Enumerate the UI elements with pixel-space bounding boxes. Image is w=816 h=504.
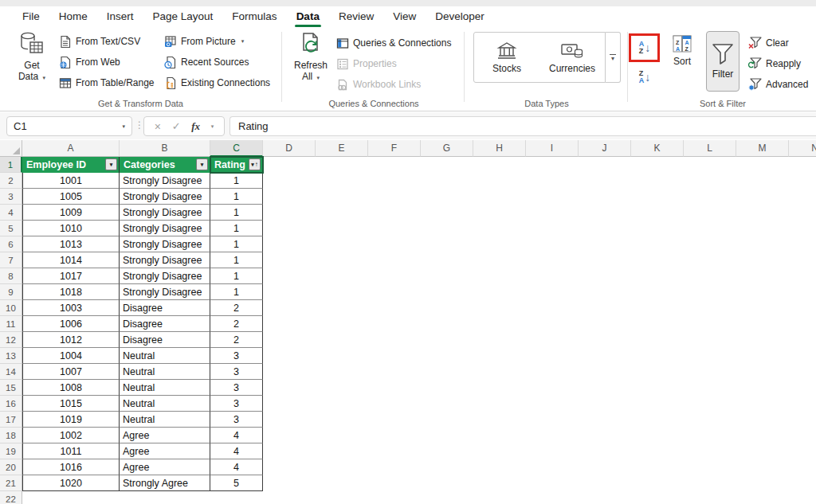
row-header-16[interactable]: 16: [0, 396, 22, 412]
formula-input[interactable]: Rating: [230, 116, 816, 136]
column-header-C[interactable]: C: [210, 140, 263, 157]
row-header-10[interactable]: 10: [0, 300, 22, 316]
cell-A12[interactable]: 1012: [22, 332, 120, 348]
sort-descending-button[interactable]: Z A ↓: [633, 66, 657, 88]
row-header-19[interactable]: 19: [0, 443, 22, 459]
column-header-M[interactable]: M: [736, 140, 789, 157]
cell-C6[interactable]: 1: [210, 236, 263, 252]
tab-developer[interactable]: Developer: [426, 7, 494, 26]
cell-C19[interactable]: 4: [210, 443, 263, 459]
cell-A9[interactable]: 1018: [22, 284, 120, 300]
column-header-N[interactable]: N: [789, 140, 816, 157]
cell-B14[interactable]: Neutral: [120, 364, 210, 380]
cell-B12[interactable]: Disagree: [120, 332, 210, 348]
cell-A17[interactable]: 1019: [22, 412, 120, 428]
row-header-22[interactable]: 22: [0, 491, 22, 504]
row-header-4[interactable]: 4: [0, 205, 22, 221]
tab-view[interactable]: View: [383, 7, 426, 26]
cell-C11[interactable]: 2: [210, 316, 263, 332]
stocks-button[interactable]: Stocks: [474, 33, 539, 82]
cell-B15[interactable]: Neutral: [120, 380, 210, 396]
cell-B19[interactable]: Agree: [120, 443, 210, 459]
cell-B4[interactable]: Strongly Disagree: [120, 205, 210, 221]
cell-C15[interactable]: 3: [210, 380, 263, 396]
from-picture-button[interactable]: From Picture ▾: [164, 32, 244, 51]
tab-review[interactable]: Review: [329, 7, 383, 26]
cell-C9[interactable]: 1: [210, 284, 263, 300]
cell-B13[interactable]: Neutral: [120, 348, 210, 364]
filter-dropdown-icon[interactable]: ▾: [196, 158, 208, 170]
from-table-range-button[interactable]: From Table/Range: [59, 73, 155, 92]
row-header-5[interactable]: 5: [0, 221, 22, 236]
row-header-15[interactable]: 15: [0, 380, 22, 396]
row-header-11[interactable]: 11: [0, 316, 22, 332]
cell-B16[interactable]: Neutral: [120, 396, 210, 412]
row-header-12[interactable]: 12: [0, 332, 22, 348]
filter-dropdown-sorted-icon[interactable]: ▾↑: [249, 158, 261, 170]
row-header-2[interactable]: 2: [0, 173, 22, 189]
cell-C2[interactable]: 1: [210, 173, 263, 189]
cell-C18[interactable]: 4: [210, 428, 263, 443]
column-header-K[interactable]: K: [631, 140, 684, 157]
table-header-cell-employee-id[interactable]: Employee ID▾: [22, 157, 120, 173]
column-header-J[interactable]: J: [579, 140, 631, 157]
column-header-A[interactable]: A: [22, 140, 120, 157]
cell-A5[interactable]: 1010: [22, 221, 120, 236]
cancel-icon[interactable]: ×: [155, 120, 161, 133]
cell-A4[interactable]: 1009: [22, 205, 120, 221]
row-header-6[interactable]: 6: [0, 236, 22, 252]
get-data-button[interactable]: Get Data ▾: [10, 30, 54, 92]
row-header-14[interactable]: 14: [0, 364, 22, 380]
tab-formulas[interactable]: Formulas: [222, 7, 286, 26]
row-header-21[interactable]: 21: [0, 475, 22, 491]
cell-A15[interactable]: 1008: [22, 380, 120, 396]
cell-B17[interactable]: Neutral: [120, 412, 210, 428]
cell-C12[interactable]: 2: [210, 332, 263, 348]
cell-A19[interactable]: 1011: [22, 443, 120, 459]
currencies-button[interactable]: Currencies: [539, 33, 605, 82]
from-web-button[interactable]: From Web: [59, 53, 120, 72]
cell-A16[interactable]: 1015: [22, 396, 120, 412]
cell-B18[interactable]: Agree: [120, 428, 210, 443]
cell-B11[interactable]: Disagree: [120, 316, 210, 332]
cell-B2[interactable]: Strongly Disagree: [120, 173, 210, 189]
table-header-cell-categories[interactable]: Categories▾: [120, 157, 210, 173]
tab-data[interactable]: Data: [287, 7, 329, 26]
cell-C14[interactable]: 3: [210, 364, 263, 380]
cell-B7[interactable]: Strongly Disagree: [120, 252, 210, 268]
cell-B5[interactable]: Strongly Disagree: [120, 221, 210, 236]
column-header-F[interactable]: F: [368, 140, 421, 157]
filter-dropdown-icon[interactable]: ▾: [105, 158, 117, 170]
column-header-D[interactable]: D: [263, 140, 316, 157]
cell-A18[interactable]: 1002: [22, 428, 120, 443]
from-text-csv-button[interactable]: From Text/CSV: [59, 32, 140, 51]
row-header-20[interactable]: 20: [0, 459, 22, 475]
cell-B10[interactable]: Disagree: [120, 300, 210, 316]
cell-C5[interactable]: 1: [210, 221, 263, 236]
row-header-7[interactable]: 7: [0, 252, 22, 268]
column-header-E[interactable]: E: [316, 140, 368, 157]
row-header-8[interactable]: 8: [0, 268, 22, 284]
workbook-links-button[interactable]: Workbook Links: [336, 75, 421, 94]
insert-function-icon[interactable]: fx: [191, 120, 200, 133]
cell-A10[interactable]: 1003: [22, 300, 120, 316]
row-header-9[interactable]: 9: [0, 284, 22, 300]
cell-A20[interactable]: 1016: [22, 459, 120, 475]
recent-sources-button[interactable]: Recent Sources: [164, 53, 249, 72]
queries-connections-button[interactable]: Queries & Connections: [336, 33, 451, 53]
cell-B21[interactable]: Strongly Agree: [120, 475, 210, 491]
cell-A6[interactable]: 1013: [22, 236, 120, 252]
cell-C7[interactable]: 1: [210, 252, 263, 268]
tab-insert[interactable]: Insert: [97, 7, 143, 26]
column-header-B[interactable]: B: [120, 140, 210, 157]
column-header-I[interactable]: I: [526, 140, 579, 157]
cell-C4[interactable]: 1: [210, 205, 263, 221]
cell-B20[interactable]: Agree: [120, 459, 210, 475]
row-header-1[interactable]: 1: [0, 157, 22, 173]
row-header-3[interactable]: 3: [0, 189, 22, 205]
cell-A11[interactable]: 1006: [22, 316, 120, 332]
row-header-18[interactable]: 18: [0, 428, 22, 443]
cell-C10[interactable]: 2: [210, 300, 263, 316]
existing-connections-button[interactable]: Existing Connections: [164, 73, 270, 92]
tab-page-layout[interactable]: Page Layout: [143, 7, 223, 26]
